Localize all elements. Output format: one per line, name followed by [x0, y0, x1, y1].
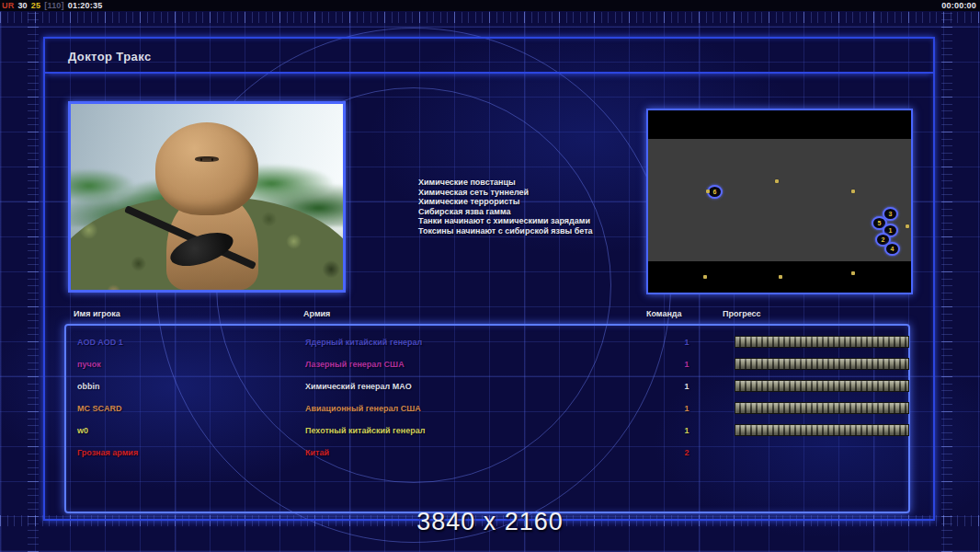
progress-bar — [735, 424, 909, 436]
perk-line: Химические повстанцы — [418, 178, 667, 188]
map-dot-marker — [906, 224, 909, 228]
player-name: MC SCARD — [77, 404, 122, 413]
portrait-turban-head — [155, 122, 258, 215]
table-row: пучок Лазерный генерал США 1 — [66, 355, 908, 377]
player-army: Химический генерал МАО — [305, 382, 412, 391]
player-name: Грозная армия — [77, 448, 138, 457]
progress-bar — [735, 336, 909, 348]
table-row: AOD AOD 1 Ядерный китайский генерал 1 — [66, 333, 908, 355]
perk-line: Танки начинают с химическими зарядами — [418, 216, 667, 226]
player-army: Лазерный генерал США — [305, 360, 405, 369]
header-progress: Прогресс — [723, 309, 761, 318]
player-progress-cell — [735, 402, 909, 414]
player-progress-cell — [735, 336, 909, 348]
resolution-label: 3840 x 2160 — [0, 508, 980, 536]
perf-fps-value: 30 — [17, 1, 27, 10]
player-name: AOD AOD 1 — [77, 338, 123, 347]
map-dot-marker — [706, 190, 710, 193]
perk-line: Токсины начинают с сибирской язвы бета — [418, 226, 667, 236]
player-team: 1 — [668, 382, 705, 391]
status-bar: UR 30 25 [110] 01:20:35 00:00:00 — [0, 0, 980, 11]
table-row: w0 Пехотный китайский генерал 1 — [66, 421, 908, 443]
perk-line: Химические террористы — [418, 197, 667, 207]
map-dot-marker — [851, 190, 855, 193]
table-row: Грозная армия Китай 2 — [66, 443, 908, 466]
player-army: Авиационный генерал США — [305, 404, 421, 413]
perf-bracket-value: [110] — [44, 1, 64, 10]
perk-line: Химическая сеть туннелей — [418, 188, 667, 198]
map-dot-marker — [851, 271, 855, 275]
map-dot-marker — [775, 179, 779, 183]
general-portrait-image — [68, 101, 346, 293]
header-army: Армия — [303, 309, 330, 318]
ruler-top — [0, 12, 980, 23]
header-team: Команда — [646, 309, 682, 318]
player-army: Ядерный китайский генерал — [305, 338, 422, 347]
player-team: 1 — [668, 404, 705, 413]
table-row: obbin Химический генерал МАО 1 — [66, 377, 908, 399]
general-perks-list: Химические повстанцыХимическая сеть тунн… — [418, 178, 667, 236]
player-team: 2 — [668, 448, 705, 457]
player-name: w0 — [77, 426, 88, 435]
header-player-name: Имя игрока — [74, 309, 120, 318]
player-name: obbin — [77, 382, 100, 391]
player-team: 1 — [668, 338, 705, 347]
player-name: пучок — [77, 360, 101, 369]
progress-bar — [735, 380, 909, 392]
map-dot-marker — [779, 275, 782, 279]
player-army: Китай — [305, 448, 329, 457]
map-terrain-area: 635124 — [648, 139, 911, 261]
progress-bar — [735, 358, 909, 370]
map-dot-marker — [703, 275, 707, 279]
start-position-marker: 4 — [884, 242, 900, 256]
perk-line: Сибирская язва гамма — [418, 207, 667, 217]
perf-counter: UR 30 25 [110] 01:20:35 — [0, 1, 102, 10]
players-table-headers: Имя игрока Армия Команда Прогресс — [0, 309, 980, 322]
ruler-left — [28, 0, 39, 552]
portrait-right-eye — [211, 158, 213, 160]
ruler-right — [941, 0, 952, 552]
player-army: Пехотный китайский генерал — [305, 426, 425, 435]
progress-bar — [735, 402, 909, 414]
perf-clock-value: 01:20:35 — [68, 1, 103, 10]
player-progress-cell — [735, 380, 909, 392]
game-timer: 00:00:00 — [941, 1, 980, 10]
table-row: MC SCARD Авиационный генерал США 1 — [66, 399, 908, 421]
portrait-eye-band — [195, 156, 219, 163]
player-team: 1 — [668, 426, 705, 435]
player-progress-cell — [735, 358, 909, 370]
players-table: AOD AOD 1 Ядерный китайский генерал 1 пу… — [64, 324, 910, 513]
player-team: 1 — [668, 360, 705, 369]
perf-ms-value: 25 — [31, 1, 40, 10]
perf-ur-label: UR — [2, 1, 14, 10]
portrait-left-eye — [200, 158, 202, 160]
title-band: Доктор Тракс — [45, 39, 933, 74]
map-preview: 635124 — [646, 109, 913, 294]
player-progress-cell — [735, 424, 909, 436]
general-title: Доктор Тракс — [68, 50, 152, 63]
